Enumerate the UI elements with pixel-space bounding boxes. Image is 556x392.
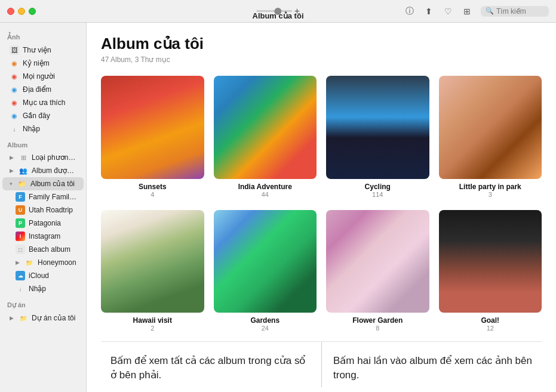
album-thumb-hawaii — [101, 210, 204, 313]
sidebar-item-label: Gần đây — [23, 112, 50, 120]
sidebar-item-label: Beach album — [29, 245, 70, 254]
myalbum-icon: 📁 — [17, 179, 27, 189]
album-name: Cycling — [365, 183, 391, 191]
callout-left: Bấm để xem tất cả các album trong cửa sổ… — [101, 349, 321, 387]
album-count: 24 — [262, 325, 269, 332]
sidebar-item-myalbum[interactable]: ▾ 📁 Album của tôi — [2, 177, 84, 190]
sidebar-item-recent[interactable]: ◉ Gần đây — [2, 109, 84, 122]
expand-arrow-icon: ▶ — [10, 315, 14, 321]
sidebar-item-label: Thư viện — [23, 46, 51, 54]
titlebar: + Album của tôi ⓘ ⬆ ♡ ⊞ 🔍 — [0, 0, 556, 23]
sidebar-item-label: Nhập — [23, 125, 40, 133]
info-icon[interactable]: ⓘ — [404, 6, 415, 17]
memories-icon: ◉ — [10, 58, 19, 68]
sidebar-item-mediatype[interactable]: ▶ ⊞ Loại phương tiện — [2, 151, 84, 164]
album-count: 114 — [372, 191, 383, 198]
people-icon: ◉ — [10, 72, 19, 81]
library-icon: 🖼 — [10, 45, 19, 55]
album-name: Hawaii visit — [133, 316, 172, 325]
album-count: 8 — [376, 325, 379, 332]
sidebar-item-people[interactable]: ◉ Mọi người — [2, 70, 84, 83]
close-button[interactable] — [7, 8, 14, 15]
sidebar-item-label: Utah Roadtrip — [29, 206, 73, 214]
sidebar-item-label: Instagram — [29, 232, 60, 240]
minimize-button[interactable] — [18, 8, 25, 15]
page-title: Album của tôi — [101, 35, 542, 53]
album-item-cycling[interactable]: Cycling 114 — [326, 76, 429, 198]
album-thumb-india — [214, 76, 317, 179]
utah-icon: U — [16, 205, 25, 215]
sidebar-section-project: Dự án — [0, 295, 86, 311]
sidebar-item-instagram[interactable]: I Instagram — [2, 230, 84, 243]
album-item-india[interactable]: India Adventure 44 — [214, 76, 317, 198]
sidebar-item-honeymoon[interactable]: ▶ 📁 Honeymoon — [2, 256, 84, 269]
expand-arrow-open-icon: ▾ — [10, 181, 13, 187]
album-item-sunsets[interactable]: Sunsets 4 — [101, 76, 204, 198]
sidebar-item-label: Nhập — [29, 285, 46, 293]
sidebar-item-utah[interactable]: U Utah Roadtrip — [2, 203, 84, 217]
sidebar-item-places[interactable]: ◉ Địa điểm — [2, 83, 84, 96]
sidebar-item-library[interactable]: 🖼 Thư viện — [2, 44, 84, 57]
album-thumb-flower — [326, 210, 429, 313]
instagram-icon: I — [16, 232, 25, 241]
window-title: Album của tôi — [252, 11, 303, 20]
maximize-button[interactable] — [29, 8, 36, 15]
honeymoon-icon: 📁 — [24, 258, 34, 267]
album-count: 3 — [489, 191, 492, 198]
import-icon: ↓ — [10, 124, 19, 134]
sidebar-item-label: Honeymoon — [38, 258, 76, 267]
content-area: Album của tôi 47 Album, 3 Thư mục Sunset… — [87, 23, 556, 392]
sidebar-item-memories[interactable]: ◉ Kỷ niệm — [2, 57, 84, 70]
sidebar-item-import[interactable]: ↓ Nhập — [2, 122, 84, 135]
expand-arrow-icon: ▶ — [10, 155, 14, 160]
favorite-icon[interactable]: ♡ — [443, 6, 453, 17]
album-count: 44 — [262, 191, 269, 198]
icloud-icon: ☁ — [16, 271, 25, 280]
album-item-party[interactable]: Little party in park 3 — [439, 76, 542, 198]
album-item-hawaii[interactable]: Hawaii visit 2 — [101, 210, 204, 332]
album-name: Sunsets — [139, 183, 167, 191]
callout-divider — [321, 342, 322, 387]
sidebar-item-label: Mọi người — [23, 72, 55, 81]
album-name: India Adventure — [238, 183, 292, 191]
sidebar-item-label: Album của tôi — [30, 180, 75, 188]
share-icon[interactable]: ⬆ — [423, 6, 434, 17]
content-subtitle: 47 Album, 3 Thư mục — [101, 55, 542, 64]
family-icon: F — [16, 192, 25, 202]
expand-arrow-icon: ▶ — [10, 168, 14, 174]
sidebar-item-myproject[interactable]: ▶ 📁 Dự án của tôi — [2, 311, 84, 325]
sidebar: Ảnh 🖼 Thư viện ◉ Kỷ niệm ◉ Mọi người ◉ Đ… — [0, 23, 87, 392]
album-name: Goal! — [481, 316, 499, 325]
album-item-gardens[interactable]: Gardens 24 — [214, 210, 317, 332]
sidebar-item-label: Mục ưa thích — [23, 98, 65, 107]
album-name: Little party in park — [459, 183, 521, 191]
callout-right: Bấm hai lần vào album để xem các ảnh bên… — [321, 349, 542, 387]
sidebar-item-label: Album được chia sẻ — [32, 166, 78, 175]
callout-area: Bấm để xem tất cả các album trong cửa sổ… — [101, 341, 542, 387]
album-item-flower[interactable]: Flower Garden 8 — [326, 210, 429, 332]
sidebar-item-family[interactable]: F Family Family... — [2, 190, 84, 203]
favorites-icon: ◉ — [10, 98, 19, 107]
album-thumb-cycling — [326, 76, 429, 179]
search-input[interactable] — [496, 7, 544, 16]
sidebar-item-patagonia[interactable]: P Patagonia — [2, 217, 84, 230]
recent-icon: ◉ — [10, 111, 19, 121]
add-icon[interactable]: ⊞ — [462, 6, 472, 17]
sidebar-item-beach[interactable]: □ Beach album — [2, 243, 84, 256]
sidebar-section-album: Album — [0, 135, 86, 151]
album-thumb-sunsets — [101, 76, 204, 179]
patagonia-icon: P — [16, 218, 25, 228]
traffic-lights — [7, 8, 36, 15]
shared-icon: 👥 — [19, 166, 28, 175]
search-box[interactable]: 🔍 — [481, 6, 549, 17]
sidebar-item-icloud[interactable]: ☁ iCloud — [2, 269, 84, 282]
sidebar-item-importalbum[interactable]: ↓ Nhập — [2, 282, 84, 295]
sidebar-item-shared[interactable]: ▶ 👥 Album được chia sẻ — [2, 164, 84, 177]
beach-icon: □ — [16, 245, 25, 254]
sidebar-item-label: Patagonia — [29, 219, 61, 227]
sidebar-item-favorites[interactable]: ◉ Mục ưa thích — [2, 96, 84, 109]
album-thumb-gardens — [214, 210, 317, 313]
sidebar-item-label: Family Family... — [29, 193, 78, 201]
album-item-goal[interactable]: Goal! 12 — [439, 210, 542, 332]
album-count: 4 — [150, 191, 154, 198]
